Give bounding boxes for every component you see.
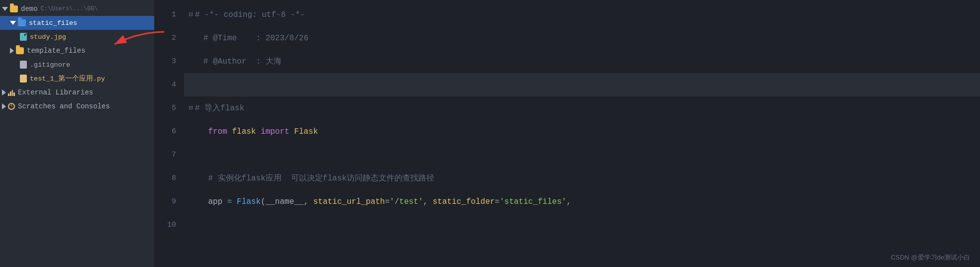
python-file-icon xyxy=(20,75,27,83)
study-jpg-label: study.jpg xyxy=(30,33,66,41)
line-num-6: 6 xyxy=(154,120,176,143)
line-num-9: 9 xyxy=(154,190,176,213)
watermark-text: CSDN @爱学习de测试小白 xyxy=(891,254,970,261)
watermark: CSDN @爱学习de测试小白 xyxy=(891,253,970,262)
git-file-icon xyxy=(20,61,27,69)
line-num-3: 3 xyxy=(154,50,176,73)
code-line-2: # @Time : 2023/8/26 xyxy=(184,26,980,50)
folder-blue-icon xyxy=(18,19,26,26)
chevron-right-icon xyxy=(10,48,14,54)
chevron-down-icon xyxy=(2,7,8,11)
sidebar-item-template-files[interactable]: template_files xyxy=(0,44,154,58)
code-line-1: ⊟ # -*- coding: utf-8 -*- xyxy=(184,3,980,26)
fold-marker-1: ⊟ xyxy=(189,11,193,18)
scratches-label: Scratches and Consoles xyxy=(18,102,110,110)
code-text-1: # -*- coding: utf-8 -*- xyxy=(195,11,305,19)
code-text-3: # @Author : 大海 xyxy=(189,58,282,66)
sidebar-item-study-jpg[interactable]: study.jpg xyxy=(0,30,154,44)
code-text-6: from flask import Flask xyxy=(189,128,318,136)
sidebar-item-external-libraries[interactable]: External Libraries xyxy=(0,86,154,99)
chevron-down-icon xyxy=(10,21,16,25)
code-line-8: # 实例化flask应用 可以决定flask访问静态文件的查找路径 xyxy=(184,167,980,190)
code-text-2: # @Time : 2023/8/26 xyxy=(189,34,308,42)
chevron-right-icon xyxy=(2,89,6,95)
static-files-label: static_files xyxy=(29,19,77,27)
external-libraries-label: External Libraries xyxy=(18,89,93,96)
image-file-icon xyxy=(20,33,27,41)
template-files-label: template_files xyxy=(27,47,86,55)
line-num-4: 4 xyxy=(154,73,176,96)
code-text-5: # 导入flask xyxy=(195,104,244,112)
folder-icon xyxy=(16,47,24,54)
line-num-2: 2 xyxy=(154,26,176,50)
line-num-10: 10 xyxy=(154,213,176,237)
sidebar-item-scratches[interactable]: Scratches and Consoles xyxy=(0,99,154,113)
bar-chart-icon xyxy=(8,89,15,96)
sidebar-item-test-py[interactable]: test_1_第一个应用.py xyxy=(0,72,154,86)
code-lines[interactable]: ⊟ # -*- coding: utf-8 -*- # @Time : 2023… xyxy=(184,0,980,267)
code-editor: 1 2 3 4 5 6 7 8 9 10 ⊟ # -*- coding: utf… xyxy=(154,0,980,267)
sidebar-item-static-files[interactable]: static_files xyxy=(0,16,154,30)
gitignore-label: .gitignore xyxy=(30,61,70,69)
demo-path: C:\Users\...\00\ xyxy=(41,5,98,12)
sidebar: demo C:\Users\...\00\ static_files study… xyxy=(0,0,154,267)
code-line-3: # @Author : 大海 xyxy=(184,50,980,73)
code-line-9: app = Flask(__name__, static_url_path='/… xyxy=(184,190,980,213)
chevron-right-icon xyxy=(2,103,6,109)
code-line-5: ⊟ # 导入flask xyxy=(184,96,980,120)
fold-marker-5: ⊟ xyxy=(189,105,193,111)
code-area: 1 2 3 4 5 6 7 8 9 10 ⊟ # -*- coding: utf… xyxy=(154,0,980,267)
sidebar-item-demo[interactable]: demo C:\Users\...\00\ xyxy=(0,2,154,16)
line-num-1: 1 xyxy=(154,3,176,26)
line-num-5: 5 xyxy=(154,96,176,120)
code-text-8: # 实例化flask应用 可以决定flask访问静态文件的查找路径 xyxy=(189,175,434,182)
line-num-7: 7 xyxy=(154,143,176,167)
test-py-label: test_1_第一个应用.py xyxy=(30,74,105,83)
code-line-7 xyxy=(184,143,980,167)
code-line-4 xyxy=(184,73,980,96)
sidebar-item-gitignore[interactable]: .gitignore xyxy=(0,58,154,72)
line-num-8: 8 xyxy=(154,167,176,190)
code-line-10 xyxy=(184,213,980,237)
code-line-6: from flask import Flask xyxy=(184,120,980,143)
clock-icon xyxy=(8,103,15,110)
demo-label: demo xyxy=(21,5,38,13)
code-text-9: app = Flask(__name__, static_url_path='/… xyxy=(189,198,571,206)
folder-icon xyxy=(10,5,18,12)
line-numbers: 1 2 3 4 5 6 7 8 9 10 xyxy=(154,0,184,267)
